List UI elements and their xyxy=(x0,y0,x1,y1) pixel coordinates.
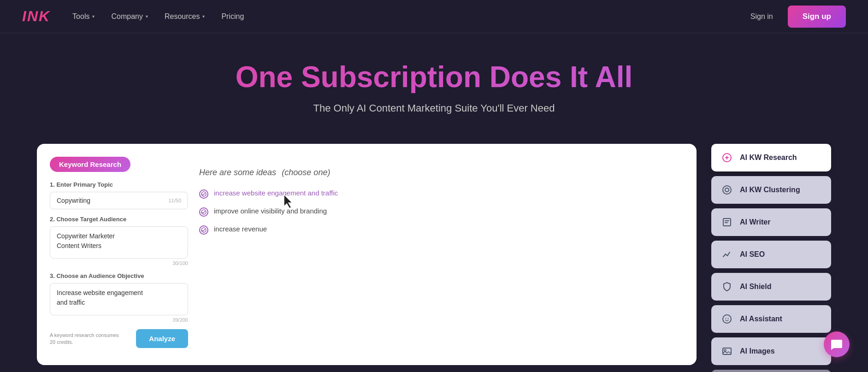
sidebar-item-ai-shield[interactable]: AI Shield xyxy=(711,273,831,301)
sign-up-button[interactable]: Sign up xyxy=(788,6,846,28)
idea-item-1[interactable]: increase website engagement and traffic xyxy=(199,189,338,199)
ai-shield-icon xyxy=(720,280,733,293)
sidebar-item-ai-assistant-label: AI Assistant xyxy=(740,315,782,323)
hero-title: One Subscription Does It All xyxy=(22,61,846,93)
hero-section: One Subscription Does It All The Only AI… xyxy=(0,33,868,133)
audience-objective-input[interactable]: Increase website engagementand traffic xyxy=(50,283,188,315)
idea-item-2[interactable]: improve online visibility and branding xyxy=(199,207,338,217)
check-icon-3 xyxy=(199,225,208,235)
check-icon-2 xyxy=(199,207,208,217)
logo[interactable]: INK xyxy=(22,8,50,25)
hero-subtitle: The Only AI Content Marketing Suite You'… xyxy=(22,102,846,114)
nav-resources[interactable]: Resources ▾ xyxy=(165,12,205,21)
company-chevron-icon: ▾ xyxy=(146,14,148,19)
field3-label: 3. Choose an Audience Objective xyxy=(50,272,188,279)
kw-badge: Keyword Research xyxy=(50,157,130,172)
svg-point-5 xyxy=(725,188,729,192)
target-audience-input[interactable]: Copywriter MarketerContent Writers xyxy=(50,226,188,259)
ideas-heading: Here are some ideas (choose one) xyxy=(199,166,684,178)
sidebar-item-ai-images[interactable]: AI Images xyxy=(711,337,831,365)
field2-char-count: 30/100 xyxy=(50,260,188,266)
navbar: INK Tools ▾ Company ▾ Resources ▾ Pricin… xyxy=(0,0,868,33)
analyze-button[interactable]: Analyze xyxy=(136,329,188,348)
sidebar-item-kw-research[interactable]: AI KW Research xyxy=(711,144,831,171)
sidebar-item-ai-assistant[interactable]: AI Assistant xyxy=(711,305,831,333)
svg-point-9 xyxy=(728,318,729,319)
sidebar-item-ai-seo[interactable]: AI SEO xyxy=(711,241,831,268)
chat-bubble-button[interactable] xyxy=(824,331,850,357)
field3-char-count: 39/200 xyxy=(50,317,188,323)
nav-tools[interactable]: Tools ▾ xyxy=(72,12,94,21)
ai-assistant-icon xyxy=(720,313,733,325)
tools-chevron-icon: ▾ xyxy=(92,14,94,19)
analyze-row: A keyword research consumes 20 credits. … xyxy=(50,329,188,348)
sidebar-item-ai-images-label: AI Images xyxy=(740,347,775,355)
analyze-note: A keyword research consumes 20 credits. xyxy=(50,332,124,346)
sidebar-item-kw-research-label: AI KW Research xyxy=(740,154,797,162)
kw-clustering-icon xyxy=(720,183,733,196)
idea-item-3[interactable]: increase revenue xyxy=(199,225,338,235)
ai-writer-icon xyxy=(720,216,733,229)
sidebar: AI KW Research AI KW Clustering AI Write… xyxy=(711,144,831,372)
svg-point-4 xyxy=(723,186,731,194)
svg-point-8 xyxy=(726,318,726,319)
sidebar-item-more[interactable]: ... xyxy=(711,370,831,372)
nav-right: Sign in Sign up xyxy=(750,6,846,28)
kw-research-icon xyxy=(720,151,733,164)
sign-in-link[interactable]: Sign in xyxy=(750,12,773,21)
ideas-list: increase website engagement and traffic … xyxy=(199,189,338,243)
demo-form: Keyword Research 1. Enter Primary Topic … xyxy=(50,157,188,352)
nav-links: Tools ▾ Company ▾ Resources ▾ Pricing xyxy=(72,12,750,21)
field1-label: 1. Enter Primary Topic xyxy=(50,181,188,188)
svg-point-7 xyxy=(723,315,731,323)
sidebar-item-ai-writer[interactable]: AI Writer xyxy=(711,208,831,236)
ideas-subheading: (choose one) xyxy=(282,168,330,177)
sidebar-item-ai-seo-label: AI SEO xyxy=(740,250,765,259)
resources-chevron-icon: ▾ xyxy=(202,14,205,19)
main-content: Keyword Research 1. Enter Primary Topic … xyxy=(0,133,868,372)
nav-pricing[interactable]: Pricing xyxy=(221,12,244,21)
sidebar-item-kw-clustering[interactable]: AI KW Clustering xyxy=(711,176,831,204)
field2-label: 2. Choose Target Audience xyxy=(50,216,188,223)
demo-card: Keyword Research 1. Enter Primary Topic … xyxy=(37,144,697,365)
ai-seo-icon xyxy=(720,248,733,261)
nav-company[interactable]: Company ▾ xyxy=(111,12,148,21)
check-icon-1 xyxy=(199,189,208,199)
demo-ideas: Here are some ideas (choose one) increas… xyxy=(199,157,684,352)
sidebar-item-ai-shield-label: AI Shield xyxy=(740,283,771,291)
svg-rect-10 xyxy=(723,348,731,354)
primary-topic-input[interactable]: Copywriting 11/50 xyxy=(50,192,188,209)
sidebar-item-kw-clustering-label: AI KW Clustering xyxy=(740,186,800,194)
ai-images-icon xyxy=(720,345,733,358)
sidebar-item-ai-writer-label: AI Writer xyxy=(740,218,770,226)
